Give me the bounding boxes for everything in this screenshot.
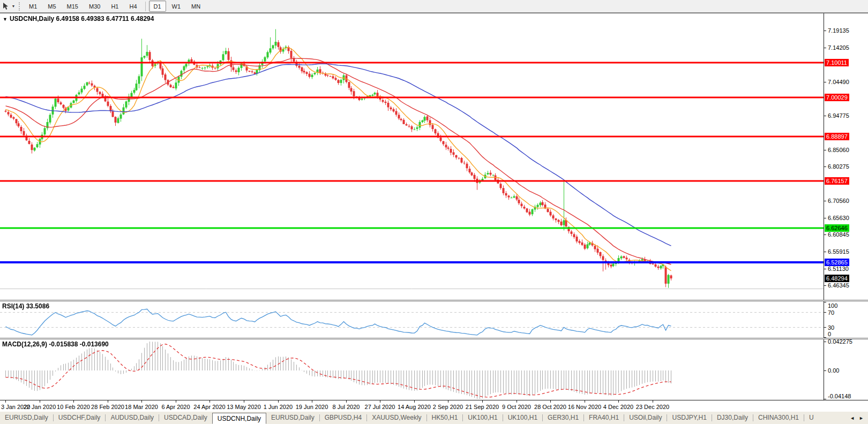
timeframe-button-h4[interactable]: H4 bbox=[124, 1, 141, 12]
price-tick-label: 7.19135 bbox=[828, 27, 849, 34]
date-tick-mark bbox=[244, 400, 244, 403]
macd-tick-mark bbox=[824, 370, 826, 371]
date-tick-mark bbox=[380, 400, 380, 403]
price-tick-mark bbox=[824, 218, 826, 218]
tool-dropdown-caret-icon[interactable]: ▼ bbox=[10, 4, 17, 8]
hline-price-tag: 6.52865 bbox=[825, 259, 849, 266]
date-label: 14 Aug 2020 bbox=[398, 404, 431, 410]
price-tick-label: 7.14205 bbox=[828, 44, 849, 51]
toolbar-separator bbox=[145, 2, 146, 11]
date-label: 10 Feb 2020 bbox=[57, 404, 90, 410]
price-tick-label: 6.94775 bbox=[828, 112, 849, 119]
rsi-label: RSI(14) 33.5086 bbox=[2, 302, 49, 310]
price-tick-label: 6.51130 bbox=[828, 265, 849, 272]
rsi-indicator-canvas[interactable] bbox=[0, 301, 824, 338]
rsi-tick-label: 100 bbox=[828, 302, 837, 309]
price-tick-mark bbox=[824, 285, 826, 286]
timeframe-button-m15[interactable]: M15 bbox=[62, 1, 83, 12]
date-tick-mark bbox=[585, 400, 585, 403]
symbol-tab-usdcad[interactable]: USDCAD,Daily bbox=[159, 412, 212, 423]
date-label: 8 Jul 2020 bbox=[333, 404, 360, 410]
price-tick-label: 6.85060 bbox=[828, 146, 849, 154]
timeframe-button-m5[interactable]: M5 bbox=[43, 1, 61, 12]
date-tick-mark bbox=[5, 400, 6, 403]
price-axis[interactable]: 7.191357.142057.044906.947756.850606.802… bbox=[824, 13, 868, 400]
macd-label: MACD(12,26,9) -0.015838 -0.013690 bbox=[2, 340, 109, 348]
date-label: 18 Mar 2020 bbox=[125, 404, 158, 410]
timeframe-button-h1[interactable]: H1 bbox=[106, 1, 123, 12]
price-tick-mark bbox=[824, 31, 826, 31]
price-tick-label: 6.55915 bbox=[828, 248, 849, 255]
date-tick-mark bbox=[414, 400, 415, 403]
timeframe-button-m30[interactable]: M30 bbox=[84, 1, 105, 12]
symbol-tab-dj30[interactable]: DJ30,Daily bbox=[712, 412, 753, 423]
price-tick-label: 6.65630 bbox=[828, 214, 849, 222]
date-label: 1 Jun 2020 bbox=[264, 404, 293, 410]
price-tick-mark bbox=[824, 166, 826, 167]
price-tick-mark bbox=[824, 82, 826, 82]
symbol-tab-audusd[interactable]: AUDUSD,Daily bbox=[106, 412, 159, 423]
date-label: 27 Jul 2020 bbox=[365, 404, 395, 410]
symbol-tab-china300[interactable]: CHINA300,H1 bbox=[753, 412, 804, 423]
toolbar-grip[interactable] bbox=[19, 2, 20, 11]
symbol-tab-usdchf[interactable]: USDCHF,Daily bbox=[54, 412, 106, 423]
date-label: 21 Sep 2020 bbox=[466, 404, 499, 410]
chart-window: ▼USDCNH,Daily 6.49158 6.49383 6.47711 6.… bbox=[0, 13, 868, 411]
hline-price-tag: 7.10011 bbox=[825, 59, 849, 66]
timeframe-button-d1[interactable]: D1 bbox=[149, 1, 166, 12]
date-label: 24 Apr 2020 bbox=[193, 404, 225, 410]
symbol-tab-hk50[interactable]: HK50,H1 bbox=[427, 412, 463, 423]
date-label: 9 Oct 2020 bbox=[502, 404, 531, 410]
tab-scroll-arrows: ◄ ► bbox=[844, 412, 868, 424]
macd-indicator-canvas[interactable] bbox=[0, 339, 824, 400]
price-tick-label: 6.70560 bbox=[828, 197, 849, 205]
hline-price-tag: 7.00029 bbox=[825, 94, 849, 101]
symbol-tab-usdjpy[interactable]: USDJPY,H1 bbox=[667, 412, 711, 423]
date-label: 2 Sep 2020 bbox=[433, 404, 463, 410]
chart-title-text: USDCNH,Daily 6.49158 6.49383 6.47711 6.4… bbox=[10, 15, 154, 22]
symbol-tab-usoil[interactable]: USOil,Daily bbox=[624, 412, 667, 423]
chart-dropdown-icon[interactable]: ▼ bbox=[3, 17, 8, 22]
date-axis[interactable]: 3 Jan 202022 Jan 202010 Feb 202028 Feb 2… bbox=[0, 400, 868, 412]
price-tick-mark bbox=[824, 234, 826, 235]
date-tick-mark bbox=[346, 400, 347, 403]
date-tick-mark bbox=[618, 400, 619, 403]
date-label: 22 Jan 2020 bbox=[24, 404, 56, 410]
timeframe-button-w1[interactable]: W1 bbox=[167, 1, 186, 12]
hline-price-tag: 6.88897 bbox=[825, 133, 849, 140]
symbol-tab-eurusd[interactable]: EURUSD,Daily bbox=[266, 412, 319, 423]
symbol-tab-uk100[interactable]: UK100,H1 bbox=[463, 412, 502, 423]
price-tick-mark bbox=[824, 116, 826, 116]
symbol-tab-gbpusd[interactable]: GBPUSD,H4 bbox=[320, 412, 366, 423]
date-label: 16 Nov 2020 bbox=[568, 404, 601, 410]
tab-scroll-right-icon[interactable]: ► bbox=[859, 415, 864, 421]
date-tick-mark bbox=[278, 400, 279, 403]
hline-price-tag: 6.62646 bbox=[825, 224, 849, 232]
timeframe-toolbar: ▼ M1M5M15M30H1H4D1W1MN bbox=[0, 0, 868, 13]
symbol-tab-xauusd[interactable]: XAUUSD,Weekly bbox=[367, 412, 426, 423]
price-tick-label: 7.04490 bbox=[828, 78, 849, 86]
date-tick-mark bbox=[141, 400, 142, 403]
symbol-tab-bar: EURUSD,DailyUSDCHF,DailyAUDUSD,DailyUSDC… bbox=[0, 411, 868, 424]
pane-separator[interactable] bbox=[0, 338, 868, 339]
pane-separator[interactable] bbox=[0, 300, 868, 301]
tab-scroll-left-icon[interactable]: ◄ bbox=[850, 415, 855, 421]
price-tick-mark bbox=[824, 252, 826, 252]
symbol-tab-usdcnh-active[interactable]: USDCNH,Daily bbox=[212, 413, 266, 424]
chart-title: ▼USDCNH,Daily 6.49158 6.49383 6.47711 6.… bbox=[3, 15, 154, 22]
symbol-tab-ger30[interactable]: GER30,H1 bbox=[543, 412, 583, 423]
symbol-tab-eurusd[interactable]: EURUSD,Daily bbox=[0, 412, 53, 423]
price-chart-canvas[interactable] bbox=[0, 13, 824, 300]
mt4-terminal: { "toolbar": { "caret_glyph": "▼", "time… bbox=[0, 0, 868, 424]
symbol-tab-u[interactable]: U bbox=[804, 412, 819, 423]
timeframe-button-mn[interactable]: MN bbox=[186, 1, 205, 12]
rsi-tick-mark bbox=[824, 312, 826, 313]
cursor-tool-icon[interactable] bbox=[1, 1, 10, 12]
date-label: 28 Feb 2020 bbox=[91, 404, 124, 410]
current-price-tag: 6.48294 bbox=[825, 275, 849, 282]
symbol-tab-fra40[interactable]: FRA40,H1 bbox=[584, 412, 624, 423]
symbol-tab-uk100[interactable]: UK100,H1 bbox=[503, 412, 542, 423]
timeframe-button-m1[interactable]: M1 bbox=[24, 1, 42, 12]
date-label: 6 Apr 2020 bbox=[161, 404, 190, 410]
date-label: 28 Oct 2020 bbox=[534, 404, 566, 410]
